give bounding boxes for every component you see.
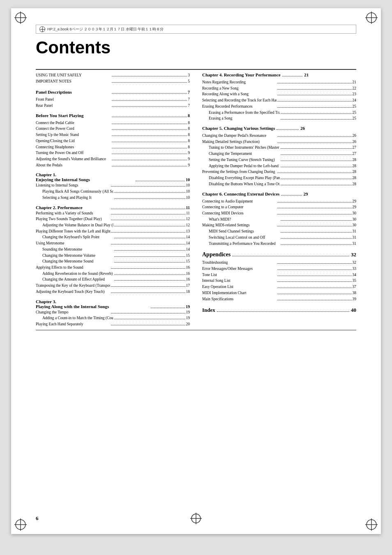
toc-key-touch: Adjusting the Keyboard Touch (Key Touch)…	[36, 289, 190, 295]
toc-reverb: Adding Reverberation to the Sound (Rever…	[36, 271, 190, 277]
toc-variety: Performing with a Variety of Sounds 11	[36, 210, 190, 216]
toc-metronome: Using Metronome 14	[36, 240, 190, 246]
corner-mark-bl	[14, 518, 27, 531]
toc-sounding-metro: Sounding the Metronome 14	[36, 246, 190, 253]
page-number: 6	[36, 515, 39, 522]
toc-volume: Adjusting the Sound's Volume and Brillia…	[36, 156, 190, 162]
toc-rec-new: Recording a New Song 22	[202, 85, 356, 92]
toc-listening: Listening to Internal Songs 10	[36, 182, 190, 189]
chapter1-header: Chapter 1. Enjoying the Internal Songs 1…	[36, 172, 190, 182]
toc-function: Making Detailed Settings (Function) 26	[202, 139, 356, 145]
corner-mark-tl	[14, 12, 27, 24]
right-column: Chapter 4. Recording Your Performance 21…	[202, 72, 356, 327]
header-text: HP:2_e.book 6ページ ２００３年１２月１７日 水曜日 午前１１時８分	[47, 27, 164, 32]
toc-midi-chart: MIDI Implementation Chart 38	[202, 290, 356, 296]
toc-midi-settings: Making MIDI-related Settings 30	[202, 222, 356, 228]
toc-damper-res: Changing the Damper Pedal's Resonance 26	[202, 133, 356, 139]
toc-selecting-song: Selecting a Song and Playing It 10	[36, 195, 190, 201]
toc-specs: Main Specifications 39	[202, 296, 356, 302]
toc-headphones: Connecting Headphones 8	[36, 144, 190, 150]
toc-pedals: About the Pedals 9	[36, 162, 190, 168]
toc-rear-panel: Rear Panel 7	[36, 103, 190, 109]
chapter5-header: Chapter 5. Changing Various Settings 26	[202, 126, 356, 131]
toc-whats-midi: What's MIDI? 30	[202, 216, 356, 223]
toc-each-hand: Playing Each Hand Separately 20	[36, 321, 190, 327]
toc-music-stand: Setting Up the Music Stand 8	[36, 132, 190, 138]
toc-easy-op: Easy Operation List 37	[202, 284, 356, 290]
toc-count-in: Adding a Count-in to Match the Timing (C…	[36, 315, 190, 321]
toc-split-point: Changing the Keyboard's Split Point 14	[36, 234, 190, 240]
toc-split-play: Playing Different Tones with the Left an…	[36, 228, 190, 235]
toc-transmit-perf: Transmitting a Performance You Recorded …	[202, 241, 356, 247]
toc-master-tuning: Tuning to Other Instruments' Pitches (Ma…	[202, 145, 356, 151]
toc-stretch-tuning: Setting the Tuning Curve (Stretch Tuning…	[202, 157, 356, 163]
toc-dual-play: Playing Two Sounds Together (Dual Play) …	[36, 216, 190, 222]
chapter-before: Before You Start Playing 8	[36, 113, 190, 119]
chapter3-header: Chapter 3. Playing Along with the Intern…	[36, 299, 190, 309]
appendices-header: Appendices 32	[202, 251, 356, 258]
toc-panel-lock: Disabling Everything Except Piano Play (…	[202, 175, 356, 181]
content-columns: USING THE UNIT SAFELY 3 IMPORTANT NOTES …	[36, 72, 356, 327]
toc-power-on: Turning the Power On and Off 9	[36, 150, 190, 156]
toc-audio-eq: Connecting to Audio Equipment 29	[202, 198, 356, 205]
toc-transpose: Transposing the Key of the Keyboard (Tra…	[36, 283, 190, 289]
toc-erasing-song: Erasing a Song 25	[202, 115, 356, 122]
chapter6-header: Chapter 6. Connecting External Devices 2…	[202, 191, 356, 197]
toc-power-cord: Connect the Power Cord 8	[36, 126, 190, 132]
toc-midi-send: MIDI Send Channel Settings 31	[202, 228, 356, 235]
top-rule	[36, 69, 356, 70]
toc-all-song: Playing Back All Songs Continuously (All…	[36, 189, 190, 195]
index-header: Index 40	[202, 307, 356, 313]
page-title: Contents	[36, 38, 356, 58]
toc-rec-track: Selecting and Recording the Track for Ea…	[202, 97, 356, 104]
toc-midi-devices: Connecting MIDI Devices 30	[202, 210, 356, 216]
toc-local-control: Switching Local Control on and Off 31	[202, 235, 356, 241]
toc-troubleshoot: Troubleshooting 32	[202, 260, 356, 266]
toc-rec-along: Recording Along with a Song 23	[202, 91, 356, 97]
toc-entry-using: USING THE UNIT SAFELY 3	[36, 72, 190, 78]
toc-pedal-cable: Connect the Pedal Cable 8	[36, 120, 190, 126]
toc-temperament: Changing the Temperament 27	[202, 151, 356, 157]
toc-error-msg: Error Messages/Other Messages 33	[202, 266, 356, 272]
toc-tone-list: Tone List 34	[202, 272, 356, 278]
toc-computer: Connecting to a Computer 29	[202, 204, 356, 210]
reg-mark-header	[39, 26, 45, 32]
toc-metro-vol: Changing the Metronome Volume 15	[36, 253, 190, 259]
left-column: USING THE UNIT SAFELY 3 IMPORTANT NOTES …	[36, 72, 190, 327]
toc-erasing-perf: Erasing Recorded Performances 25	[202, 104, 356, 110]
toc-entry-important: IMPORTANT NOTES 5	[36, 78, 190, 85]
toc-damper-lh: Applying the Damper Pedal to the Left-ha…	[202, 163, 356, 169]
toc-effect-amount: Changing the Amount of Effect Applied 16	[36, 276, 190, 283]
toc-dual-balance: Adjusting the Volume Balance in Dual Pla…	[36, 222, 190, 228]
corner-mark-br	[365, 518, 378, 531]
bottom-reg-mark	[190, 513, 202, 526]
bottom-rule	[36, 330, 356, 330]
chapter-panel: Panel Descriptions 7	[36, 89, 190, 95]
toc-lid: Opening/Closing the Lid 8	[36, 138, 190, 144]
page: HP:2_e.book 6ページ ２００３年１２月１７日 水曜日 午前１１時８分…	[11, 8, 381, 534]
toc-song-list: Internal Song List 35	[202, 278, 356, 284]
toc-tone-lock: Disabling the Buttons When Using a Tone …	[202, 181, 356, 187]
toc-front-panel: Front Panel 7	[36, 97, 190, 103]
toc-tempo: Changing the Tempo 19	[36, 309, 190, 315]
pre-chapter-section: USING THE UNIT SAFELY 3 IMPORTANT NOTES …	[36, 72, 190, 84]
chapter2-header: Chapter 2. Performance 11	[36, 205, 190, 210]
toc-rec-notes: Notes Regarding Recording 21	[202, 79, 356, 85]
chapter4-header: Chapter 4. Recording Your Performance 21	[202, 72, 356, 78]
header-bar: HP:2_e.book 6ページ ２００３年１２月１７日 水曜日 午前１１時８分	[36, 25, 356, 34]
toc-prevent-settings: Preventing the Settings from Changing Du…	[202, 169, 356, 175]
toc-effects: Applying Effects to the Sound 16	[36, 265, 190, 271]
toc-metro-sound: Changing the Metronome Sound 15	[36, 258, 190, 265]
toc-erasing-track: Erasing a Performance from the Specified…	[202, 110, 356, 116]
corner-mark-tr	[365, 12, 378, 24]
